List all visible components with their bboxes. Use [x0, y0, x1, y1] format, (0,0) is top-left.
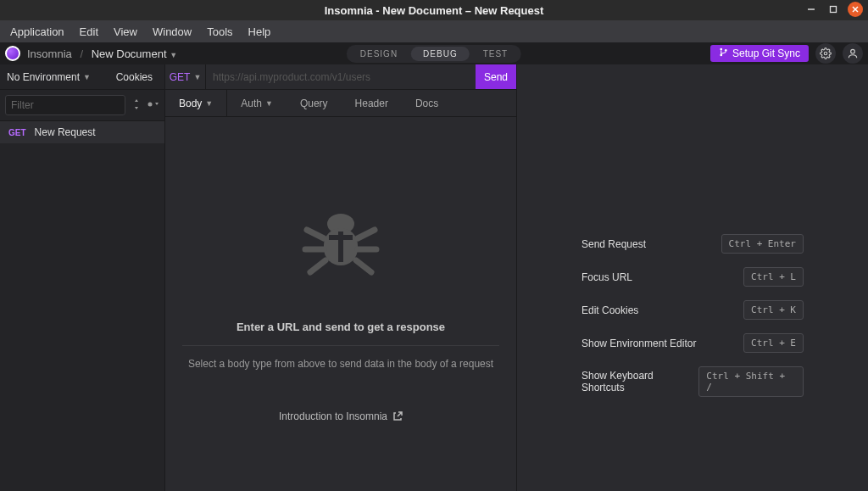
svg-point-7 [824, 52, 827, 55]
shortcut-label: Send Request [581, 238, 646, 250]
settings-button[interactable] [815, 43, 836, 64]
method-selected: GET [170, 71, 191, 83]
git-sync-label: Setup Git Sync [732, 47, 800, 59]
sort-icon[interactable] [132, 99, 141, 111]
header-right: Setup Git Sync [710, 43, 863, 64]
shortcut-label: Edit Cookies [581, 304, 638, 316]
tab-auth[interactable]: Auth ▼ [227, 90, 287, 116]
menu-window[interactable]: Window [146, 22, 198, 42]
menu-view[interactable]: View [107, 22, 144, 42]
chevron-down-icon: ▼ [205, 99, 213, 108]
svg-rect-1 [831, 7, 837, 13]
git-sync-button[interactable]: Setup Git Sync [710, 45, 809, 62]
method-dropdown[interactable]: GET ▼ [165, 64, 206, 89]
filter-row [0, 90, 164, 121]
breadcrumb-sep: / [80, 47, 83, 60]
environment-label: No Environment [7, 71, 80, 83]
tab-body[interactable]: Body▼ [165, 90, 227, 116]
tab-header[interactable]: Header [342, 90, 402, 116]
shortcut-row: Focus URL Ctrl + L [581, 267, 804, 287]
gear-icon [820, 47, 832, 59]
shortcut-label: Show Environment Editor [581, 338, 696, 349]
svg-point-9 [148, 103, 153, 107]
shortcut-row: Send Request Ctrl + Enter [581, 234, 804, 254]
menubar: Application Edit View Window Tools Help [0, 20, 868, 42]
filter-input[interactable] [5, 95, 125, 115]
sidebar-top: No Environment ▼ Cookies [0, 64, 164, 90]
insomnia-logo-icon[interactable] [5, 46, 20, 61]
empty-subtitle: Select a body type from above to send da… [188, 358, 493, 370]
breadcrumb-doc[interactable]: New Document [92, 47, 167, 60]
request-item[interactable]: GET New Request [0, 121, 164, 143]
sidebar: No Environment ▼ Cookies GET New Request [0, 64, 165, 491]
url-input[interactable] [206, 64, 476, 89]
shortcut-keys: Ctrl + L [743, 267, 804, 287]
tab-test[interactable]: TEST [471, 47, 520, 61]
maximize-button[interactable] [826, 2, 841, 17]
svg-rect-13 [329, 235, 353, 240]
svg-point-6 [725, 49, 727, 52]
window-titlebar: Insomnia - New Document – New Request [0, 0, 868, 20]
tab-query[interactable]: Query [287, 90, 342, 116]
bug-icon [298, 203, 383, 290]
menu-application[interactable]: Application [3, 22, 71, 42]
tab-debug[interactable]: DEBUG [411, 47, 470, 61]
minimize-button[interactable] [804, 2, 819, 17]
chevron-down-icon[interactable]: ▼ [170, 51, 177, 59]
chevron-down-icon: ▼ [83, 73, 91, 81]
window-controls [804, 2, 863, 17]
response-pane: Send Request Ctrl + Enter Focus URL Ctrl… [517, 64, 868, 491]
intro-link-label: Introduction to Insomnia [279, 410, 387, 422]
divider [182, 345, 499, 346]
branch-icon [719, 47, 728, 59]
window-title: Insomnia - New Document – New Request [0, 4, 868, 17]
main-area: No Environment ▼ Cookies GET New Request… [0, 64, 868, 491]
shortcut-row: Edit Cookies Ctrl + K [581, 300, 804, 320]
close-button[interactable] [848, 2, 863, 17]
shortcut-label: Show Keyboard Shortcuts [581, 370, 698, 393]
breadcrumb-app[interactable]: Insomnia [27, 47, 72, 60]
svg-point-8 [851, 49, 855, 53]
menu-edit[interactable]: Edit [73, 22, 105, 42]
url-row: GET ▼ Send [165, 64, 516, 90]
app-header: Insomnia / New Document ▼ DESIGN DEBUG T… [0, 42, 868, 64]
cookies-button[interactable]: Cookies [104, 64, 164, 89]
tab-body-label: Body [179, 98, 202, 109]
request-empty-state: Enter a URL and send to get a response S… [165, 117, 516, 491]
external-link-icon [392, 411, 403, 421]
shortcut-row: Show Keyboard Shortcuts Ctrl + Shift + / [581, 366, 804, 397]
send-label: Send [484, 71, 508, 83]
chevron-down-icon: ▼ [193, 73, 201, 81]
request-pane: GET ▼ Send Body▼ Auth ▼ Query Header Doc… [165, 64, 517, 491]
environment-dropdown[interactable]: No Environment ▼ [0, 71, 104, 83]
shortcut-keys: Ctrl + K [743, 300, 804, 320]
add-menu-icon[interactable] [147, 100, 159, 110]
empty-title: Enter a URL and send to get a response [236, 321, 445, 333]
request-name-label: New Request [35, 126, 96, 138]
tab-design[interactable]: DESIGN [348, 47, 409, 61]
request-tabs: Body▼ Auth ▼ Query Header Docs [165, 90, 516, 117]
menu-help[interactable]: Help [242, 22, 278, 42]
menu-tools[interactable]: Tools [200, 22, 239, 42]
shortcut-keys: Ctrl + Enter [721, 234, 804, 254]
shortcut-row: Show Environment Editor Ctrl + E [581, 333, 804, 353]
svg-point-5 [720, 54, 722, 57]
account-button[interactable] [843, 43, 863, 64]
breadcrumb: Insomnia / New Document ▼ [27, 47, 177, 60]
shortcut-label: Focus URL [581, 271, 632, 283]
intro-link[interactable]: Introduction to Insomnia [279, 410, 403, 422]
request-method-label: GET [8, 128, 26, 137]
svg-point-4 [720, 48, 722, 51]
chevron-down-icon: ▼ [265, 99, 273, 108]
tab-docs[interactable]: Docs [402, 90, 452, 116]
shortcut-keys: Ctrl + E [743, 333, 804, 353]
shortcut-keys: Ctrl + Shift + / [698, 366, 804, 397]
user-icon [847, 47, 859, 59]
tab-auth-label: Auth [241, 98, 262, 109]
cookies-label: Cookies [116, 71, 153, 83]
send-button[interactable]: Send [476, 64, 516, 89]
mode-tabs: DESIGN DEBUG TEST [347, 45, 521, 63]
